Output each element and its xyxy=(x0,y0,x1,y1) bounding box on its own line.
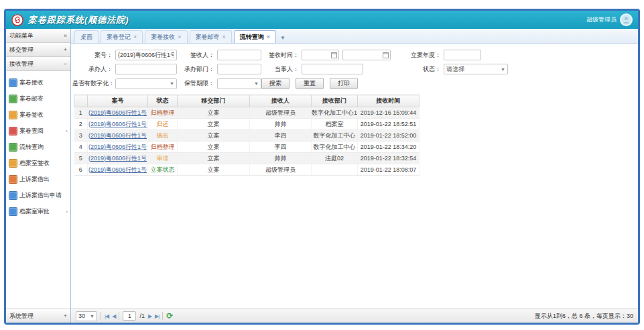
tab[interactable]: 案卷接收 × xyxy=(145,30,187,43)
retention-select[interactable]: ▼ xyxy=(217,78,261,89)
sidebar-item[interactable]: 档案室审批 › xyxy=(6,203,70,219)
table-header-cell[interactable]: 接收部门 xyxy=(312,95,358,107)
sign-time-range xyxy=(302,50,394,60)
table-header-cell[interactable]: 案号 xyxy=(88,95,148,107)
case-no-link[interactable]: (2019)粤0606行性1号 xyxy=(88,166,147,173)
prev-page-button[interactable]: ◀ xyxy=(112,313,115,319)
receiver-cell: 超级管理员 xyxy=(250,164,312,176)
sidebar-item[interactable]: 案卷接收 xyxy=(6,74,70,91)
menu-icon xyxy=(9,191,17,200)
print-button[interactable]: 打印 xyxy=(330,78,358,89)
divider xyxy=(101,312,101,320)
sidebar-item-label: 档案室审批 xyxy=(19,207,50,216)
filing-year-input[interactable] xyxy=(444,50,481,60)
page-input[interactable] xyxy=(123,311,136,321)
tabs: 桌面 案卷登记 × 案卷接收 × xyxy=(74,30,276,43)
user-avatar[interactable] xyxy=(620,13,633,26)
signer-label: 签收人： xyxy=(177,51,217,60)
refresh-icon[interactable]: ⟳ xyxy=(166,312,173,320)
chevron-down-icon[interactable]: ▼ xyxy=(280,35,285,41)
sidebar-item-label: 上诉案借出 xyxy=(19,175,50,184)
tab[interactable]: 案卷登记 × xyxy=(101,30,143,43)
table-row[interactable]: 2 (2019)粤0606行性1号 归还 立案 帅帅 档案室 2019-01-2… xyxy=(74,119,420,130)
filing-year-label: 立案年度： xyxy=(394,51,444,60)
transfer-dept-cell: 立案 xyxy=(178,164,250,176)
sidebar: 功能菜单 « 移交管理 + 接收管理 − 案卷接收 xyxy=(6,29,71,323)
sidebar-section-system[interactable]: 系统管理 + xyxy=(6,309,70,323)
table-row[interactable]: 4 (2019)粤0606行性1号 归档整理 立案 李四 数字化加工中心 201… xyxy=(74,142,420,153)
collapse-sidebar-icon[interactable]: « xyxy=(64,29,67,42)
table-row[interactable]: 3 (2019)粤0606行性1号 借出 立案 李四 数字化加工中心 2019-… xyxy=(74,130,420,142)
search-button[interactable]: 搜索 xyxy=(261,78,289,89)
signer-input[interactable] xyxy=(217,50,261,60)
case-no-link[interactable]: (2019)粤0606行性1号 xyxy=(88,132,147,139)
sidebar-item[interactable]: 案卷签收 xyxy=(6,107,70,123)
receive-dept-cell xyxy=(312,164,358,176)
close-icon[interactable]: × xyxy=(267,34,270,40)
case-no-link[interactable]: (2019)粤0606行性1号 xyxy=(88,144,147,150)
sidebar-item-label: 案卷邮寄 xyxy=(19,95,44,103)
menu-icon xyxy=(9,95,17,103)
table-row[interactable]: 5 (2019)粤0606行性1号 审理 立案 帅帅 法庭02 2019-01-… xyxy=(74,153,420,164)
sidebar-section-transfer[interactable]: 移交管理 + xyxy=(6,43,70,57)
table-header-cell[interactable]: 接收人 xyxy=(250,95,312,107)
table-header-cell[interactable] xyxy=(74,95,88,107)
search-form: 案号： 签收人： 签收时间： 立案年度： xyxy=(71,44,638,94)
table-row[interactable]: 1 (2019)粤0606行性1号 归档整理 立案 超级管理员 数字化加工中心1… xyxy=(74,107,420,119)
status-text: 归档整理 xyxy=(151,144,175,150)
expand-icon[interactable]: + xyxy=(64,43,67,56)
collapse-icon[interactable]: − xyxy=(64,57,67,70)
digitized-select[interactable]: ▼ xyxy=(115,78,177,89)
transfer-dept-cell: 立案 xyxy=(178,119,250,130)
sidebar-item[interactable]: 上诉案借出申请 xyxy=(6,187,70,203)
status-label: 状态： xyxy=(394,65,444,74)
menu-icon xyxy=(9,78,17,87)
next-page-button[interactable]: ▶ xyxy=(148,313,151,319)
reset-button[interactable]: 重置 xyxy=(296,78,324,89)
table-header-cell[interactable]: 状态 xyxy=(148,95,178,107)
row-number: 6 xyxy=(74,164,88,176)
tab[interactable]: 流转查询 × xyxy=(234,30,276,43)
menu-icon xyxy=(9,111,17,119)
case-no-link[interactable]: (2019)粤0606行性1号 xyxy=(88,109,147,116)
handler-input[interactable] xyxy=(115,64,177,74)
case-no-input[interactable] xyxy=(115,50,177,60)
tab-label: 案卷登记 xyxy=(107,33,131,42)
case-no-link[interactable]: (2019)粤0606行性1号 xyxy=(88,121,147,127)
receive-time-cell: 2019-01-22 18:32:54 xyxy=(358,153,420,164)
table-header-cell[interactable]: 移交部门 xyxy=(178,95,250,107)
submenu-arrow-icon: › xyxy=(66,128,68,134)
sidebar-item[interactable]: 流转查询 xyxy=(6,139,70,155)
app-title: 案卷跟踪系统(顺德法院) xyxy=(28,14,129,26)
page-size-select[interactable]: 30 ▼ xyxy=(76,311,97,321)
case-no-link[interactable]: (2019)粤0606行性1号 xyxy=(88,155,147,162)
status-select[interactable]: 请选择 ▼ xyxy=(444,64,508,74)
first-page-button[interactable]: |◀ xyxy=(105,313,109,319)
sidebar-item[interactable]: 档案室签收 xyxy=(6,155,70,171)
tab[interactable]: 桌面 xyxy=(74,30,99,43)
receive-dept-cell: 数字化加工中心 xyxy=(312,142,358,153)
main-panel: 桌面 案卷登记 × 案卷接收 × xyxy=(71,29,638,323)
receive-time-cell: 2019-01-22 18:34:20 xyxy=(358,142,420,153)
calendar-icon[interactable] xyxy=(331,52,337,58)
menu-icon xyxy=(9,159,17,168)
expand-icon[interactable]: + xyxy=(64,309,67,323)
sidebar-title-bar[interactable]: 功能菜单 « xyxy=(6,29,70,43)
close-icon[interactable]: × xyxy=(222,34,226,40)
calendar-icon[interactable] xyxy=(383,52,389,58)
tab[interactable]: 案卷邮寄 × xyxy=(190,30,232,43)
sidebar-item[interactable]: 上诉案借出 xyxy=(6,171,70,187)
sidebar-item[interactable]: 案卷邮寄 xyxy=(6,91,70,107)
party-input[interactable] xyxy=(302,64,363,74)
sidebar-item[interactable]: 案卷查阅 › xyxy=(6,123,70,139)
table-row[interactable]: 6 (2019)粤0606行性1号 立案状态 立案 超级管理员 2019-01-… xyxy=(74,164,420,176)
sidebar-section-receive[interactable]: 接收管理 − xyxy=(6,57,70,71)
close-icon[interactable]: × xyxy=(178,34,181,40)
divider xyxy=(162,312,163,320)
pagination-summary: 显示从1到6，总 6 条，每页显示：30 xyxy=(535,312,633,321)
close-icon[interactable]: × xyxy=(133,34,137,40)
sidebar-item-label: 案卷接收 xyxy=(19,78,44,87)
last-page-button[interactable]: ▶| xyxy=(155,313,159,319)
table-header-cell[interactable]: 接收时间 xyxy=(358,95,420,107)
handler-dept-input[interactable] xyxy=(217,64,261,74)
